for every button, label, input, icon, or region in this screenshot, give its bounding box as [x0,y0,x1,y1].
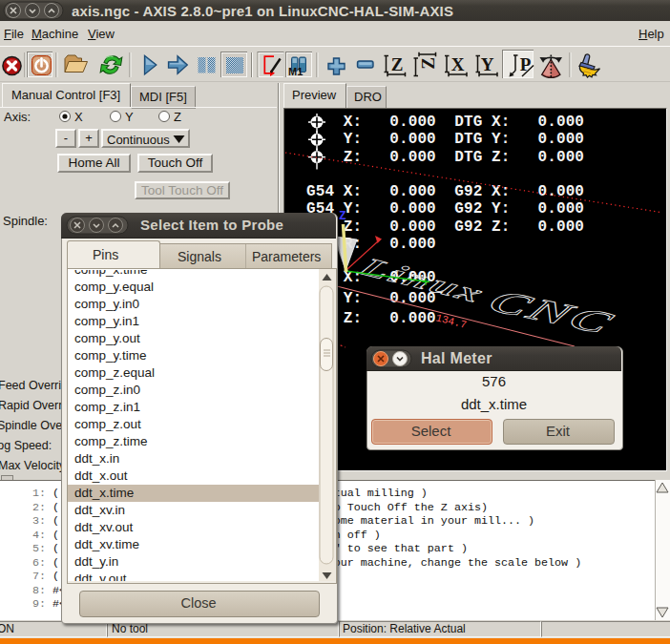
svg-text:Z: Z [391,54,404,74]
svg-text:Linux: Linux [352,252,493,307]
svg-text:CNC: CNC [481,284,623,341]
svg-text:M1: M1 [288,66,303,77]
svg-text:134.7: 134.7 [434,312,468,331]
svg-text:X: X [451,54,465,74]
svg-text:Z: Z [339,209,346,223]
svg-text:Z: Z [418,57,438,70]
svg-text:Y: Y [481,54,494,74]
svg-text:P: P [520,54,532,74]
